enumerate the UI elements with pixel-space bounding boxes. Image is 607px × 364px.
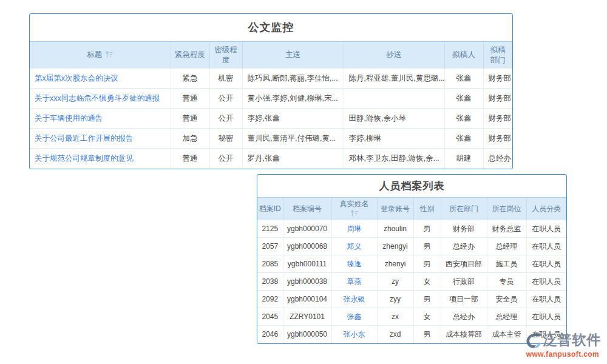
fanpu-logo-icon [524,331,543,349]
table-row: 关于车辆使用的通告 普通 公开 李婷,张鑫 田静,游恢,余小琴 张鑫 财务部 [30,109,512,129]
post-cell: 施工员 [487,255,526,273]
urgency-cell: 紧急 [171,69,209,89]
gender-cell: 男 [413,238,441,255]
col-header-real-name-label: 真实姓名 [333,199,376,209]
col-header-archive-id: 档案ID [257,198,283,220]
drafter-cell: 张鑫 [444,109,483,129]
dept-cell: 总经办 [441,308,487,326]
archive-code-cell: ygbh000111 [283,255,331,273]
real-name-link[interactable]: 章燕 [331,273,377,291]
gender-cell: 男 [413,255,441,273]
gender-cell: 男 [413,291,441,308]
dept-cell: 行政部 [441,273,487,291]
watermark-url: www.fanpusoft.com [520,350,605,359]
col-header-real-name[interactable]: 真实姓名 [331,198,377,220]
dept-cell: 总经办 [441,238,487,255]
col-header-post: 所在岗位 [487,198,526,220]
archive-id-cell: 2092 [257,291,283,308]
post-cell: 专员 [487,273,526,291]
dept-cell: 项目一部 [441,291,487,308]
archive-code-cell: ygbh000050 [283,326,331,343]
archive-id-cell: 2057 [257,238,283,255]
archive-code-cell: ygbh000104 [283,291,331,308]
gender-cell: 女 [413,273,441,291]
archive-code-cell: ygbh000070 [283,220,331,238]
sort-icon[interactable] [105,51,113,58]
login-cell: zx [377,308,413,326]
sort-icon[interactable] [350,210,358,217]
category-cell: 在职人员 [526,220,566,238]
table-row: 2092 ygbh000104 张永银 zyy 男 项目一部 安全员 在职人员 [257,291,566,308]
col-header-category: 人员分类 [526,198,566,220]
archive-id-cell: 2045 [257,308,283,326]
archive-code-cell: ygbh000068 [283,238,331,255]
secrecy-cell: 公开 [209,109,242,129]
archive-id-cell: 2125 [257,220,283,238]
draft-dept-cell: 总经办 [483,149,512,169]
archive-code-cell: ygbh000038 [283,273,331,291]
urgency-cell: 普通 [171,109,209,129]
personnel-title: 人员档案列表 [257,175,566,197]
category-cell: 在职人员 [526,255,566,273]
category-cell: 在职人员 [526,238,566,255]
table-row: 2045 ZZRY0101 张鑫 zx 女 总经办 总经理 在职人员 [257,308,566,326]
col-header-doc-title-label: 标题 [87,50,102,59]
login-cell: zhengyi [377,238,413,255]
login-cell: zxd [377,326,413,343]
archive-id-cell: 2038 [257,273,283,291]
gender-cell: 男 [413,220,441,238]
gender-cell: 男 [413,326,441,343]
col-header-cc: 抄送 [344,42,444,69]
category-cell: 在职人员 [526,308,566,326]
watermark-brand: 泛普软件 [543,331,602,349]
real-name-link[interactable]: 张永银 [331,291,377,308]
doc-title-link[interactable]: 关于xxx同志临危不惧勇斗歹徒的通报 [30,89,171,109]
doc-monitor-panel: 公文监控 标题 紧急程度 密级程度 主送 抄送 拟稿人 拟稿部门 第x届第x次股… [29,13,513,169]
real-name-link[interactable]: 张鑫 [331,308,377,326]
doc-title-link[interactable]: 关于车辆使用的通告 [30,109,171,129]
doc-title-link[interactable]: 关于规范公司规章制度的意见 [30,149,171,169]
table-row: 2125 ygbh000070 周琳 zhoulin 男 财务部 财务总监 在职… [257,220,566,238]
col-header-doc-title[interactable]: 标题 [30,42,171,69]
post-cell: 财务总监 [487,220,526,238]
col-header-dept: 所在部门 [441,198,487,220]
draft-dept-cell: 财务部 [483,89,512,109]
archive-code-cell: ZZRY0101 [283,308,331,326]
login-cell: zhenyi [377,255,413,273]
cc-cell: 李婷,柳琳 [344,129,444,149]
urgency-cell: 普通 [171,89,209,109]
real-name-link[interactable]: 张小东 [331,326,377,343]
cc-cell [344,89,444,109]
dept-cell: 西安项目部 [441,255,487,273]
real-name-link[interactable]: 周琳 [331,220,377,238]
main-send-cell: 黄小强,李婷,刘健,柳琳,宋... [242,89,344,109]
doc-monitor-title: 公文监控 [30,14,512,41]
table-row: 关于xxx同志临危不惧勇斗歹徒的通报 普通 公开 黄小强,李婷,刘健,柳琳,宋.… [30,89,512,109]
secrecy-cell: 公开 [209,89,242,109]
urgency-cell: 普通 [171,149,209,169]
main-send-cell: 李婷,张鑫 [242,109,344,129]
archive-id-cell: 2046 [257,326,283,343]
col-header-login: 登录账号 [377,198,413,220]
draft-dept-cell: 财务部 [483,69,512,89]
main-send-cell: 董川民,董清平,付伟璐,黄... [242,129,344,149]
col-header-secrecy: 密级程度 [209,42,242,69]
table-row: 关于规范公司规章制度的意见 普通 公开 罗丹,张鑫 邓林,李卫东,田静,游恢,余… [30,149,512,169]
personnel-table: 档案ID 档案编号 真实姓名 登录账号 性别 所在部门 所在岗位 人员分类 21… [257,197,566,343]
drafter-cell: 胡建 [444,149,483,169]
col-header-drafter: 拟稿人 [444,42,483,69]
post-cell: 安全员 [487,291,526,308]
col-header-gender: 性别 [413,198,441,220]
doc-title-link[interactable]: 第x届第x次股东会的决议 [30,69,171,89]
real-name-link[interactable]: 郑义 [331,238,377,255]
main-send-cell: 陈巧凤,断郎,蒋丽,李佳怡,... [242,69,344,89]
col-header-main-send: 主送 [242,42,344,69]
doc-title-link[interactable]: 关于公司最近工作开展的报告 [30,129,171,149]
real-name-link[interactable]: 臻逸 [331,255,377,273]
post-cell: 总经理 [487,238,526,255]
table-row: 2057 ygbh000068 郑义 zhengyi 男 总经办 总经理 在职人… [257,238,566,255]
cc-cell: 陈丹,程亚雄,董川民,黄思璐... [344,69,444,89]
login-cell: zy [377,273,413,291]
gender-cell: 女 [413,308,441,326]
table-row: 第x届第x次股东会的决议 紧急 机密 陈巧凤,断郎,蒋丽,李佳怡,... 陈丹,… [30,69,512,89]
